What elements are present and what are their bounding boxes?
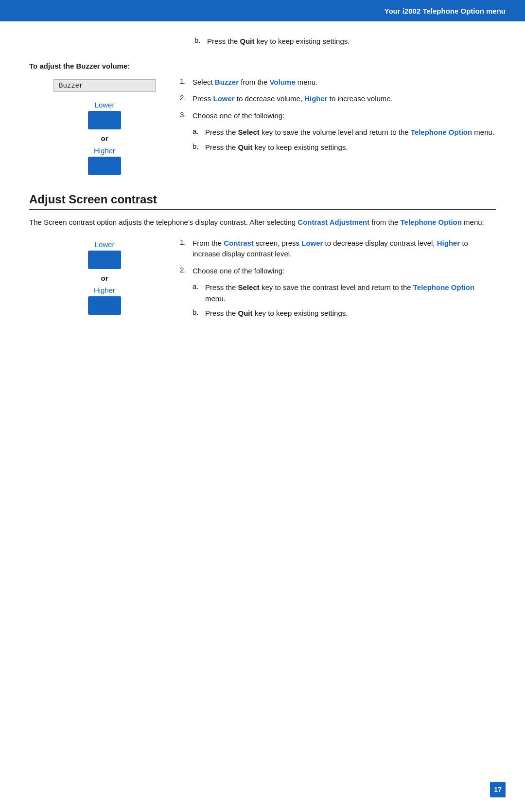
buzzer-step-3: 3. Choose one of the following: [180, 110, 496, 122]
higher-bold: Higher [304, 94, 328, 103]
contrast-step-1: 1. From the Contrast screen, press Lower… [180, 238, 496, 260]
step-b-top: b. Press the Quit key to keep existing s… [194, 36, 496, 47]
header-title: Your i2002 Telephone Option menu [385, 7, 506, 15]
contrast-alpha-steps: a. Press the Select key to save the cont… [180, 282, 496, 319]
lower-bold2: Lower [301, 239, 323, 247]
buzzer-alpha-a-label: a. [192, 127, 205, 135]
buzzer-alpha-b: b. Press the Quit key to keep existing s… [192, 142, 496, 153]
buzzer-or-label: or [101, 134, 108, 143]
contrast-step1-text: From the Contrast screen, press Lower to… [192, 238, 496, 260]
select-key-bold2: Select [238, 283, 260, 291]
page-number: 17 [490, 782, 506, 797]
contrast-alpha-b: b. Press the Quit key to keep existing s… [192, 308, 496, 319]
contrast-right-col: 1. From the Contrast screen, press Lower… [180, 238, 496, 323]
quit-key-bold: Quit [240, 37, 255, 45]
buzzer-step3-text: Choose one of the following: [192, 110, 284, 122]
adjust-screen-heading: Adjust Screen contrast [29, 193, 496, 206]
contrast-step2-text: Choose one of the following: [192, 266, 284, 277]
buzzer-step2-text: Press Lower to decrease volume, Higher t… [192, 93, 393, 105]
higher-bold2: Higher [437, 239, 460, 247]
buzzer-alpha-a-text: Press the Select key to save the volume … [205, 127, 494, 138]
contrast-higher-button[interactable] [88, 296, 121, 315]
step-b-label: b. [194, 36, 207, 44]
quit-key-bold3: Quit [238, 309, 253, 317]
buzzer-input: Buzzer [53, 79, 156, 92]
contrast-alpha-b-text: Press the Quit key to keep existing sett… [205, 308, 348, 319]
buzzer-step1-label: 1. [180, 77, 192, 85]
buzzer-left-col: Buzzer Lower or Higher [29, 77, 180, 178]
step-b-text: Press the Quit key to keep existing sett… [207, 36, 350, 47]
buzzer-alpha-b-text: Press the Quit key to keep existing sett… [205, 142, 348, 153]
step-b-intro: b. Press the Quit key to keep existing s… [194, 36, 496, 47]
volume-bold: Volume [269, 78, 295, 86]
contrast-alpha-a: a. Press the Select key to save the cont… [192, 282, 496, 304]
contrast-step2-label: 2. [180, 266, 192, 274]
buzzer-alpha-b-label: b. [192, 142, 205, 150]
contrast-higher-label: Higher [94, 286, 115, 294]
quit-key-bold2: Quit [238, 143, 253, 151]
header-bar: Your i2002 Telephone Option menu [0, 0, 525, 21]
section-divider [29, 209, 496, 210]
buzzer-right-col: 1. Select Buzzer from the Volume menu. 2… [180, 77, 496, 157]
adjust-screen-intro: The Screen contrast option adjusts the t… [29, 217, 496, 228]
contrast-alpha-a-text: Press the Select key to save the contras… [205, 282, 496, 304]
contrast-left-col: Lower or Higher [29, 238, 180, 318]
contrast-lower-button[interactable] [88, 251, 121, 269]
buzzer-lower-button[interactable] [88, 111, 121, 129]
buzzer-higher-label: Higher [94, 146, 115, 155]
contrast-adjustment-bold: Contrast Adjustment [298, 218, 369, 226]
buzzer-section: To adjust the Buzzer volume: Buzzer Lowe… [29, 62, 496, 178]
contrast-alpha-a-label: a. [192, 282, 205, 290]
contrast-step1-label: 1. [180, 238, 192, 246]
buzzer-two-col: Buzzer Lower or Higher 1. Select Buzzer … [29, 77, 496, 178]
page-content: b. Press the Quit key to keep existing s… [0, 21, 525, 352]
buzzer-lower-label: Lower [95, 101, 115, 109]
buzzer-step2-label: 2. [180, 93, 192, 102]
contrast-step-2: 2. Choose one of the following: [180, 266, 496, 277]
buzzer-higher-button[interactable] [88, 157, 121, 175]
telephone-option-bold3: Telephone Option [413, 283, 474, 291]
contrast-lower-label: Lower [95, 240, 115, 249]
contrast-bold: Contrast [224, 239, 254, 247]
contrast-or-label: or [101, 274, 108, 282]
telephone-option-bold2: Telephone Option [401, 218, 462, 226]
contrast-two-col: Lower or Higher 1. From the Contrast scr… [29, 238, 496, 323]
telephone-option-bold: Telephone Option [411, 128, 472, 136]
contrast-alpha-b-label: b. [192, 308, 205, 316]
buzzer-step3-label: 3. [180, 110, 192, 119]
buzzer-step-2: 2. Press Lower to decrease volume, Highe… [180, 93, 496, 105]
buzzer-alpha-steps: a. Press the Select key to save the volu… [180, 127, 496, 153]
lower-bold: Lower [213, 94, 235, 103]
buzzer-alpha-a: a. Press the Select key to save the volu… [192, 127, 496, 138]
select-key-bold: Select [238, 128, 260, 136]
buzzer-step-1: 1. Select Buzzer from the Volume menu. [180, 77, 496, 88]
buzzer-heading: To adjust the Buzzer volume: [29, 62, 496, 70]
buzzer-step1-text: Select Buzzer from the Volume menu. [192, 77, 317, 88]
buzzer-bold: Buzzer [215, 78, 239, 86]
